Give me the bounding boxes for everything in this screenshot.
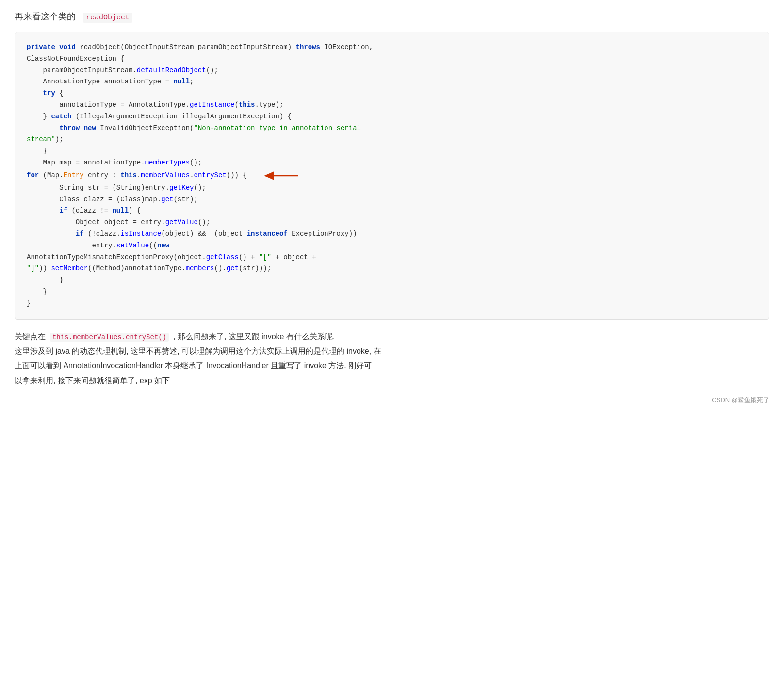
code-line-25: } [27, 298, 757, 310]
title-prefix: 再来看这个类的 [15, 12, 76, 21]
code-line-11: } [27, 146, 757, 157]
code-block: private void readObject(ObjectInputStrea… [15, 32, 769, 320]
code-line-4: AnnotationType annotationType = null; [27, 76, 757, 88]
code-line-22: "]")).setMember((Method)annotationType.m… [27, 263, 757, 275]
code-line-23: } [27, 275, 757, 286]
code-line-17: if (clazz != null) { [27, 205, 757, 217]
bottom-line-1: 关键点在 this.memberValues.entrySet() , 那么问题… [15, 329, 769, 344]
code-line-10: stream"); [27, 134, 757, 146]
bottom-line-4: 以拿来利用, 接下来问题就很简单了, exp 如下 [15, 374, 769, 388]
code-line-21: AnnotationTypeMismatchExceptionProxy(obj… [27, 252, 757, 263]
code-line-7: annotationType = AnnotationType.getInsta… [27, 99, 757, 111]
footer: CSDN @鲨鱼饿死了 [15, 396, 769, 405]
page-container: 再来看这个类的 readObject private void readObje… [15, 10, 769, 405]
code-line-24: } [27, 286, 757, 298]
bottom-text: 关键点在 this.memberValues.entrySet() , 那么问题… [15, 329, 769, 389]
code-line-13: Map map = annotationType.memberTypes(); [27, 157, 757, 169]
bottom-line-2: 这里涉及到 java 的动态代理机制, 这里不再赘述, 可以理解为调用这个方法实… [15, 344, 769, 359]
code-line-1: private void readObject(ObjectInputStrea… [27, 42, 757, 53]
code-line-6: try { [27, 88, 757, 99]
bottom-code: this.memberValues.entrySet() [50, 333, 169, 342]
code-line-16: Class clazz = (Class)map.get(str); [27, 194, 757, 206]
arrow-icon [261, 169, 300, 182]
page-title: 再来看这个类的 readObject [15, 10, 769, 24]
code-line-19: if (!clazz.isInstance(object) && !(objec… [27, 229, 757, 240]
code-line-2: ClassNotFoundException { [27, 53, 757, 65]
code-line-18: Object object = entry.getValue(); [27, 217, 757, 229]
code-line-20: entry.setValue((new [27, 240, 757, 252]
code-line-3: paramObjectInputStream.defaultReadObject… [27, 65, 757, 77]
code-line-9: throw new InvalidObjectException("Non-an… [27, 123, 757, 134]
code-line-8: } catch (IllegalArgumentException illega… [27, 111, 757, 123]
code-line-15: String str = (String)entry.getKey(); [27, 182, 757, 194]
title-code: readObject [83, 13, 132, 23]
code-line-14: for (Map.Entry entry : this.memberValues… [27, 169, 757, 182]
bottom-line-3: 上面可以看到 AnnotationInvocationHandler 本身继承了… [15, 359, 769, 373]
